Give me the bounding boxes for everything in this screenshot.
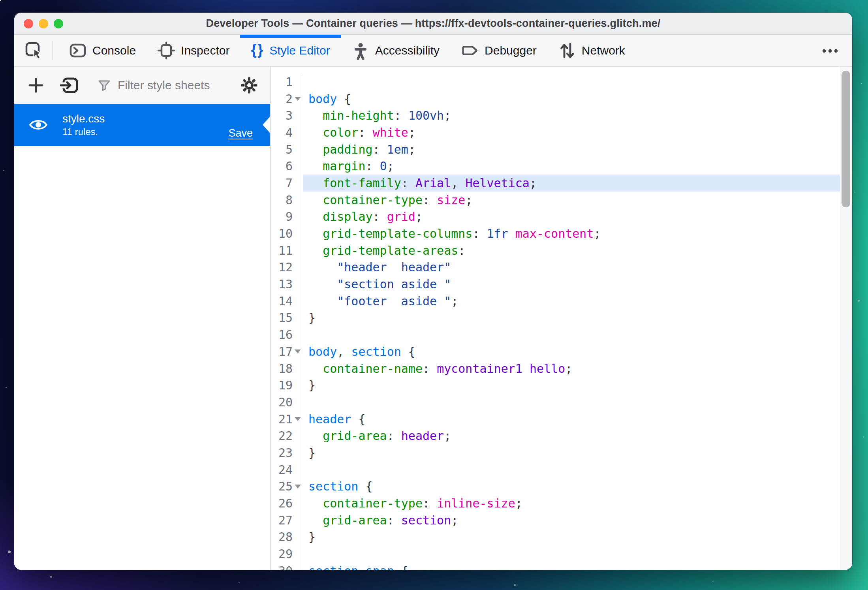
code-text[interactable] [303, 545, 840, 562]
import-stylesheet-button[interactable] [60, 76, 80, 95]
line-gutter: 28 [271, 529, 303, 546]
code-line[interactable]: 29 [271, 545, 840, 562]
fold-column [293, 97, 303, 101]
tab-console[interactable]: Console [58, 35, 147, 66]
code-line[interactable]: 11 grid-template-areas: [271, 242, 840, 259]
code-line[interactable]: 6 margin: 0; [271, 158, 840, 175]
code-line[interactable]: 18 container-name: mycontainer1 hello; [271, 360, 840, 377]
new-stylesheet-button[interactable] [27, 76, 45, 94]
code-text[interactable] [303, 73, 840, 90]
tab-accessibility[interactable]: Accessibility [341, 35, 450, 66]
code-line[interactable]: 13 "section aside " [271, 276, 840, 293]
code-line[interactable]: 24 [271, 461, 840, 478]
code-text[interactable]: section span { [303, 562, 840, 570]
stylesheet-list-item[interactable]: style.css 11 rules. Save [14, 104, 270, 146]
code-text[interactable]: grid-area: section; [303, 512, 840, 529]
line-gutter: 15 [271, 310, 303, 327]
line-number: 4 [271, 126, 293, 139]
code-text[interactable]: display: grid; [303, 209, 840, 225]
title-bar[interactable]: Developer Tools — Container queries — ht… [14, 13, 852, 35]
code-text[interactable]: padding: 1em; [303, 141, 840, 158]
code-text[interactable]: } [303, 377, 840, 394]
code-line[interactable]: 8 container-type: size; [271, 192, 840, 209]
code-text[interactable]: "footer aside "; [303, 293, 840, 310]
code-line[interactable]: 3 min-height: 100vh; [271, 107, 840, 124]
code-line[interactable]: 14 "footer aside "; [271, 293, 840, 310]
code-text[interactable]: container-type: inline-size; [303, 495, 840, 512]
code-line[interactable]: 16 [271, 326, 840, 343]
settings-button[interactable] [240, 76, 258, 94]
code-line[interactable]: 1 [271, 73, 840, 90]
code-line[interactable]: 30section span { [271, 562, 840, 570]
code-line[interactable]: 25section { [271, 478, 840, 495]
eye-icon[interactable] [28, 118, 48, 132]
code-line[interactable]: 27 grid-area: section; [271, 512, 840, 529]
editor-scrollbar[interactable] [840, 67, 852, 570]
plus-icon [27, 76, 45, 94]
code-text[interactable]: "header header" [303, 259, 840, 276]
tab-style-editor[interactable]: {} Style Editor [240, 35, 340, 66]
tab-label: Accessibility [375, 44, 440, 57]
source-editor: 12body {3 min-height: 100vh;4 color: whi… [271, 67, 852, 570]
code-line[interactable]: 20 [271, 394, 840, 411]
code-text[interactable]: font-family: Arial, Helvetica; [303, 175, 840, 192]
code-text[interactable]: } [303, 529, 840, 546]
splitter-handle-icon[interactable] [263, 116, 270, 133]
inspector-icon [157, 41, 175, 60]
code-text[interactable]: color: white; [303, 124, 840, 141]
code-line[interactable]: 7 font-family: Arial, Helvetica; [271, 175, 840, 192]
code-text[interactable]: } [303, 310, 840, 327]
code-line[interactable]: 10 grid-template-columns: 1fr max-conten… [271, 225, 840, 242]
tab-label: Network [582, 44, 625, 57]
code-text[interactable] [303, 326, 840, 343]
line-number: 18 [271, 362, 293, 376]
code-text[interactable]: section { [303, 478, 840, 495]
code-line[interactable]: 2body { [271, 90, 840, 107]
code-text[interactable] [303, 461, 840, 478]
code-line[interactable]: 21header { [271, 411, 840, 428]
code-line[interactable]: 4 color: white; [271, 124, 840, 141]
line-gutter: 2 [271, 90, 303, 107]
fold-arrow-icon[interactable] [295, 97, 301, 101]
line-number: 2 [271, 92, 293, 106]
tab-inspector[interactable]: Inspector [147, 35, 240, 66]
tab-debugger[interactable]: Debugger [450, 35, 547, 66]
filter-style-sheets-input[interactable] [117, 78, 240, 92]
code-line[interactable]: 23} [271, 444, 840, 461]
fold-arrow-icon[interactable] [295, 417, 301, 421]
overflow-menu-button[interactable] [818, 35, 842, 66]
line-gutter: 30 [271, 562, 303, 570]
code-text[interactable] [303, 394, 840, 411]
code-text[interactable]: container-type: size; [303, 192, 840, 209]
editor-scrollbar-thumb[interactable] [842, 71, 850, 207]
code-text[interactable]: grid-area: header; [303, 427, 840, 444]
code-line[interactable]: 22 grid-area: header; [271, 427, 840, 444]
code-text[interactable]: margin: 0; [303, 158, 840, 175]
code-text[interactable]: grid-template-columns: 1fr max-content; [303, 225, 840, 242]
fold-arrow-icon[interactable] [295, 485, 301, 489]
tab-network[interactable]: Network [547, 35, 636, 66]
code-text[interactable]: min-height: 100vh; [303, 107, 840, 124]
code-text[interactable]: "section aside " [303, 276, 840, 293]
code-text[interactable]: container-name: mycontainer1 hello; [303, 360, 840, 377]
code-line[interactable]: 26 container-type: inline-size; [271, 495, 840, 512]
code-line[interactable]: 9 display: grid; [271, 209, 840, 225]
code-line[interactable]: 15} [271, 310, 840, 327]
code-line[interactable]: 12 "header header" [271, 259, 840, 276]
code-line[interactable]: 5 padding: 1em; [271, 141, 840, 158]
line-number: 25 [271, 479, 293, 493]
code-text[interactable]: } [303, 444, 840, 461]
code-text[interactable]: body, section { [303, 343, 840, 360]
gear-icon [240, 76, 258, 94]
fold-column [293, 485, 303, 489]
code-line[interactable]: 17body, section { [271, 343, 840, 360]
code-text[interactable]: header { [303, 411, 840, 428]
fold-arrow-icon[interactable] [295, 349, 301, 353]
save-link[interactable]: Save [228, 127, 253, 139]
code-text[interactable]: grid-template-areas: [303, 242, 840, 259]
code-text[interactable]: body { [303, 90, 840, 107]
stylesheet-list-empty-area [14, 146, 270, 570]
code-line[interactable]: 28} [271, 529, 840, 546]
code-line[interactable]: 19} [271, 377, 840, 394]
pick-element-button[interactable] [21, 35, 47, 66]
